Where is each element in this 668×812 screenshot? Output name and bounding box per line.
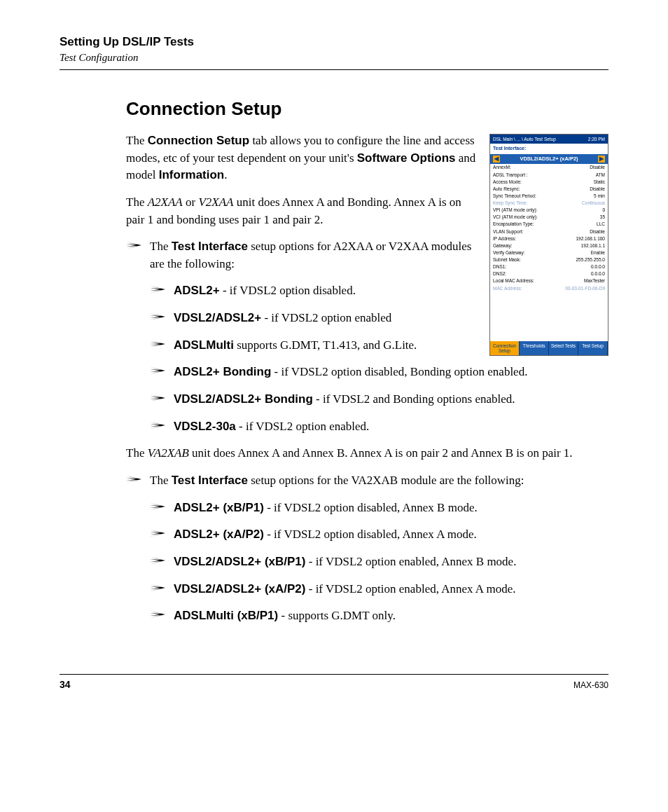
arrow-bullet-icon	[150, 339, 165, 349]
fig-config-row[interactable]: Access Mode:Static	[490, 179, 608, 186]
svg-marker-11	[150, 584, 165, 591]
header-rule	[60, 69, 608, 70]
arrow-bullet-icon	[150, 556, 165, 565]
svg-marker-10	[150, 557, 165, 564]
chapter-title: Setting Up DSL/IP Tests	[60, 35, 608, 49]
arrow-bullet-icon	[150, 420, 165, 430]
svg-marker-9	[150, 530, 165, 537]
svg-marker-0	[126, 242, 141, 249]
svg-marker-7	[126, 476, 141, 483]
fig-config-row[interactable]: Encapsulation Type:LLC	[490, 221, 608, 228]
fig-config-row[interactable]: Sync Timeout Period:5 min	[490, 193, 608, 200]
list-item: ADSL2+ Bonding - if VDSL2 option disable…	[150, 364, 608, 381]
svg-marker-8	[150, 503, 165, 510]
list-item: VDSL2-30a - if VDSL2 option enabled.	[150, 418, 608, 436]
body-content: DSL Main \ ... \ Auto Test Setup 2:20 PM…	[60, 132, 608, 625]
svg-marker-4	[150, 367, 165, 374]
list-item: ADSLMulti (xB/P1) - supports G.DMT only.	[150, 607, 608, 625]
chevron-right-icon[interactable]: ▶	[598, 156, 605, 163]
fig-titlebar: DSL Main \ ... \ Auto Test Setup 2:20 PM	[490, 135, 608, 144]
fig-config-row[interactable]: VLAN Support:Disable	[490, 228, 608, 235]
svg-marker-5	[150, 394, 165, 401]
section-title: Connection Setup	[60, 98, 608, 120]
fig-selected-value: VDSL2/ADSL2+ (xA/P2)	[520, 156, 578, 163]
list-item: VDSL2/ADSL2+ (xB/P1) - if VDSL2 option e…	[150, 553, 608, 571]
paragraph-mid: The VA2XAB unit does Annex A and Annex B…	[126, 445, 608, 462]
fig-config-row[interactable]: VCI (ATM mode only):35	[490, 214, 608, 221]
arrow-bullet-icon	[150, 366, 165, 376]
arrow-bullet-icon	[126, 474, 141, 484]
list2-intro: The Test Interface setup options for the…	[126, 472, 608, 490]
fig-interface-label: Test Interface:	[490, 144, 608, 153]
chevron-left-icon[interactable]: ◀	[493, 156, 500, 163]
fig-interface-select[interactable]: ◀ VDSL2/ADSL2+ (xA/P2) ▶	[490, 154, 608, 165]
arrow-bullet-icon	[150, 502, 165, 511]
list-item: VDSL2/ADSL2+ (xA/P2) - if VDSL2 option e…	[150, 581, 608, 598]
svg-marker-6	[150, 422, 165, 429]
list-item: VDSL2/ADSL2+ Bonding - if VDSL2 and Bond…	[150, 391, 608, 408]
svg-marker-2	[150, 313, 165, 320]
model-number: MAX-630	[573, 680, 608, 690]
list-item: VDSL2/ADSL2+ - if VDSL2 option enabled	[150, 310, 608, 327]
fig-config-row[interactable]: AnnexM:Disable	[490, 164, 608, 171]
arrow-bullet-icon	[150, 284, 165, 294]
list-item: ADSL2+ (xB/P1) - if VDSL2 option disable…	[150, 500, 608, 517]
svg-marker-1	[150, 286, 165, 293]
fig-config-row[interactable]: Keep Sync Time:Continuous	[490, 200, 608, 207]
list-item: ADSL2+ - if VDSL2 option disabled.	[150, 282, 608, 300]
arrow-bullet-icon	[150, 528, 165, 538]
svg-marker-3	[150, 340, 165, 347]
list-item: ADSLMulti supports G.DMT, T1.413, and G.…	[150, 337, 608, 355]
arrow-bullet-icon	[150, 393, 165, 403]
arrow-bullet-icon	[126, 240, 141, 250]
fig-time: 2:20 PM	[588, 136, 605, 142]
fig-breadcrumb: DSL Main \ ... \ Auto Test Setup	[493, 136, 556, 142]
fig-config-row[interactable]: VPI (ATM mode only):0	[490, 207, 608, 214]
arrow-bullet-icon	[150, 312, 165, 322]
fig-config-row[interactable]: Auto Resync:Disable	[490, 186, 608, 193]
list1-intro: The Test Interface setup options for A2X…	[126, 238, 608, 273]
list-item: ADSL2+ (xA/P2) - if VDSL2 option disable…	[150, 526, 608, 544]
arrow-bullet-icon	[150, 610, 165, 619]
chapter-subtitle: Test Configuration	[60, 52, 608, 64]
arrow-bullet-icon	[150, 583, 165, 593]
fig-config-row[interactable]: ADSL Transport :ATM	[490, 172, 608, 179]
page-number: 34	[60, 679, 71, 690]
page-footer: 34 MAX-630	[60, 674, 608, 690]
svg-marker-12	[150, 611, 165, 618]
